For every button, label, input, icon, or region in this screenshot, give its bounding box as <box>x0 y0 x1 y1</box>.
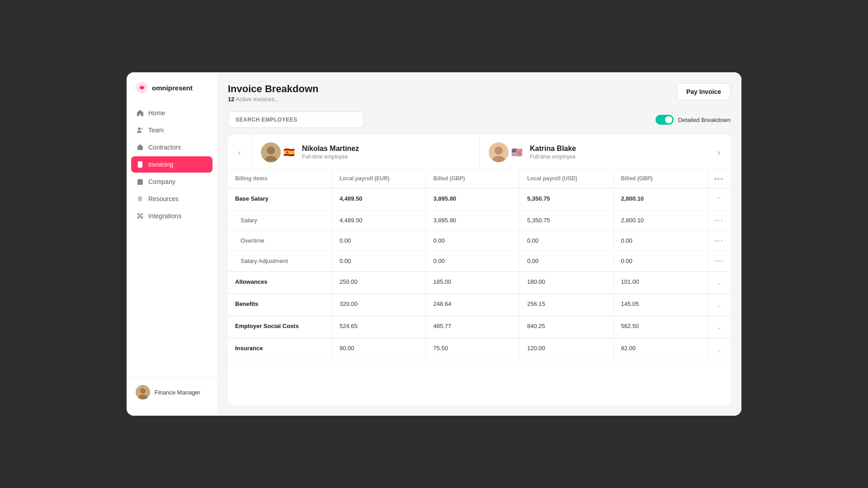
th-katrina-billed: Billed (GBP) <box>613 170 708 188</box>
base-salary-collapse-btn[interactable]: ⌄ <box>707 188 731 210</box>
katrina-local-benefits: 256.15 <box>519 294 613 315</box>
billing-section-base-salary: Base Salary 4,489.50 3,895.80 5,350.75 2… <box>228 188 731 272</box>
billing-row-allowances: Allowances 250.00 185.00 180.00 101.00 ⌄ <box>228 272 731 293</box>
sidebar-item-home[interactable]: Home <box>131 105 212 121</box>
nikolas-local-salary: 4,489.50 <box>332 210 426 230</box>
nikolas-billed-overtime: 0.00 <box>426 230 520 251</box>
employer-social-expand-btn[interactable]: ⌄ <box>707 316 731 338</box>
invoice-subtitle-text: Active invoices... <box>236 96 279 103</box>
chevron-down-icon: ⌄ <box>716 300 722 309</box>
chevron-down-icon: ⌄ <box>716 345 722 353</box>
pay-invoice-button[interactable]: Pay Invoice <box>677 83 731 100</box>
page-subtitle: 12 Active invoices... <box>228 96 319 103</box>
benefits-expand-btn[interactable]: ⌄ <box>707 294 731 315</box>
sidebar-item-invoicing[interactable]: Invoicing <box>131 156 212 173</box>
billing-data: Base Salary 4,489.50 3,895.80 5,350.75 2… <box>228 188 731 405</box>
employee-role-1: Full-time employee <box>530 154 698 160</box>
nikolas-billed-salary: 3,895.80 <box>426 210 520 230</box>
logo-text: omnipresent <box>152 84 193 92</box>
svg-rect-10 <box>141 181 142 182</box>
search-wrapper <box>228 112 363 128</box>
svg-point-1 <box>138 127 141 130</box>
users-icon <box>137 127 144 134</box>
employee-name-0: Nikolas Martinez <box>302 145 470 153</box>
th-nikolas-billed: Billed (GBP) <box>426 170 520 188</box>
svg-point-19 <box>267 146 275 155</box>
nikolas-local-overtime: 0.00 <box>332 230 426 251</box>
nikolas-billed-insurance: 75.50 <box>426 338 520 360</box>
nikolas-local-salary-adj: 0.00 <box>332 251 426 271</box>
sidebar-item-contractors[interactable]: Contractors <box>131 139 212 155</box>
next-employee-button[interactable]: › <box>707 135 731 169</box>
billing-section-insurance: Insurance 90.00 75.50 120.00 82.00 ⌄ <box>228 338 731 360</box>
allowances-expand-btn[interactable]: ⌄ <box>707 272 731 293</box>
katrina-billed-insurance: 82.00 <box>613 338 708 360</box>
nikolas-billed-salary-adj: 0.00 <box>426 251 520 271</box>
nikolas-local-benefits: 320.00 <box>332 294 426 315</box>
sidebar-item-integrations[interactable]: Integrations <box>131 208 212 224</box>
row-more-icon: ••• <box>714 258 724 265</box>
billing-section-employer-social: Employer Social Costs 524.65 485.77 840.… <box>228 316 731 338</box>
billing-row-benefits: Benefits 320.00 248.64 256.15 145.05 ⌄ <box>228 294 731 315</box>
svg-rect-11 <box>139 183 140 184</box>
book-icon <box>137 195 144 202</box>
billing-label-employer-social: Employer Social Costs <box>228 316 332 338</box>
katrina-local-salary-adj: 0.00 <box>519 251 613 271</box>
sidebar-item-company[interactable]: Company <box>131 174 212 190</box>
sidebar-resources-label: Resources <box>148 195 179 202</box>
sidebar-nav: Home Team Contractors <box>127 105 217 377</box>
employee-avatar-0 <box>261 142 281 162</box>
chevron-up-icon: ⌄ <box>716 195 722 204</box>
insurance-expand-btn[interactable]: ⌄ <box>707 338 731 360</box>
home-icon <box>137 109 144 117</box>
sidebar: omnipresent Home Team <box>127 72 217 416</box>
employee-card-0[interactable]: 🇪🇸 Nikolas Martinez Full-time employee <box>251 135 479 169</box>
overtime-row-actions[interactable]: ••• <box>707 230 731 251</box>
briefcase-icon <box>137 144 144 151</box>
salary-row-actions[interactable]: ••• <box>707 210 731 230</box>
detailed-breakdown-label: Detailed Breakdown <box>678 117 731 123</box>
employee-info-1: Katrina Blake Full-time employee <box>530 145 698 160</box>
katrina-local-allowances: 180.00 <box>519 272 613 293</box>
employee-flag-1: 🇺🇸 <box>511 147 523 158</box>
employee-card-1[interactable]: 🇺🇸 Katrina Blake Full-time employee <box>479 135 707 169</box>
billing-label-overtime: Overtime <box>228 230 332 251</box>
sidebar-integrations-label: Integrations <box>148 212 181 220</box>
detailed-breakdown-toggle[interactable] <box>656 115 674 125</box>
nikolas-billed-base-salary: 3,895.80 <box>426 188 520 210</box>
katrina-billed-salary: 2,800.10 <box>613 210 708 230</box>
more-options-icon[interactable]: ••• <box>714 175 724 183</box>
search-input[interactable] <box>228 112 363 128</box>
billing-label-salary-adjustment: Salary Adjustment <box>228 251 332 271</box>
katrina-local-salary: 5,350.75 <box>519 210 613 230</box>
katrina-billed-employer-social: 562.50 <box>613 316 708 338</box>
nikolas-billed-employer-social: 485.77 <box>426 316 520 338</box>
katrina-billed-allowances: 101.00 <box>613 272 708 293</box>
svg-rect-12 <box>141 183 142 184</box>
katrina-local-employer-social: 840.25 <box>519 316 613 338</box>
katrina-billed-overtime: 0.00 <box>613 230 708 251</box>
page-title-block: Invoice Breakdown 12 Active invoices... <box>228 83 319 103</box>
puzzle-icon <box>137 212 144 220</box>
prev-employee-button[interactable]: ‹ <box>228 135 251 169</box>
page-header: Invoice Breakdown 12 Active invoices... … <box>228 83 731 103</box>
billing-section-benefits: Benefits 320.00 248.64 256.15 145.05 ⌄ <box>228 294 731 316</box>
svg-rect-14 <box>139 199 141 199</box>
salary-adj-row-actions[interactable]: ••• <box>707 251 731 271</box>
nikolas-billed-benefits: 248.64 <box>426 294 520 315</box>
katrina-billed-salary-adj: 0.00 <box>613 251 708 271</box>
chevron-down-icon: ⌄ <box>716 278 722 287</box>
employee-name-1: Katrina Blake <box>530 145 698 153</box>
sidebar-invoicing-label: Invoicing <box>148 161 173 168</box>
building-icon <box>137 178 144 185</box>
billing-section-allowances: Allowances 250.00 185.00 180.00 101.00 ⌄ <box>228 272 731 294</box>
toolbar: Detailed Breakdown <box>228 112 731 128</box>
billing-row-insurance: Insurance 90.00 75.50 120.00 82.00 ⌄ <box>228 338 731 360</box>
user-profile[interactable]: Finance Manager <box>127 377 217 407</box>
th-nikolas-local: Local payroll (EUR) <box>332 170 426 188</box>
katrina-billed-base-salary: 2,800.10 <box>613 188 708 210</box>
sidebar-item-resources[interactable]: Resources <box>131 191 212 207</box>
sidebar-item-team[interactable]: Team <box>131 122 212 138</box>
katrina-billed-benefits: 145.05 <box>613 294 708 315</box>
svg-rect-13 <box>139 197 141 198</box>
